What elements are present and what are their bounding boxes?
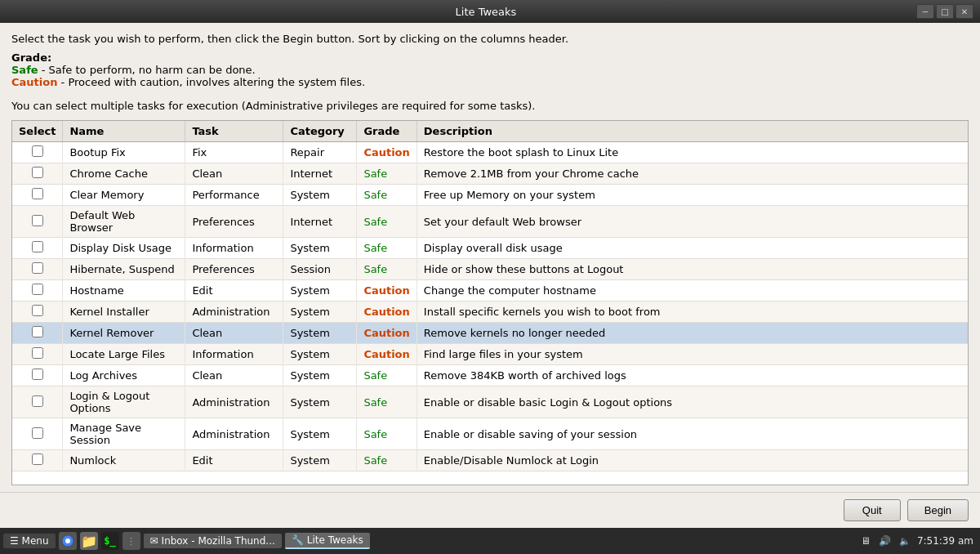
row-name: Chrome Cache: [63, 163, 185, 185]
table-row: Kernel InstallerAdministrationSystemCaut…: [12, 302, 968, 323]
row-description: Remove 384KB worth of archived logs: [416, 365, 968, 386]
taskbar-files-icon[interactable]: 📁: [80, 532, 98, 550]
header-category[interactable]: Category: [283, 121, 357, 142]
table-body: Bootup FixFixRepairCautionRestore the bo…: [12, 142, 968, 471]
row-checkbox[interactable]: [32, 453, 43, 465]
row-checkbox[interactable]: [32, 167, 43, 178]
table-row: HostnameEditSystemCautionChange the comp…: [12, 280, 968, 302]
row-checkbox[interactable]: [32, 427, 43, 439]
minimize-button[interactable]: −: [916, 4, 934, 19]
taskbar-app-thunderbird[interactable]: ✉ Inbox - Mozilla Thund...: [144, 534, 282, 548]
row-task: Administration: [185, 302, 283, 323]
table-row: Display Disk UsageInformationSystemSafeD…: [12, 238, 968, 259]
row-grade: Safe: [357, 238, 416, 259]
row-name: Login & Logout Options: [63, 386, 185, 418]
tray-icon-2[interactable]: 🔊: [878, 534, 893, 548]
row-checkbox[interactable]: [32, 215, 43, 226]
row-checkbox[interactable]: [32, 284, 43, 295]
row-grade: Safe: [357, 365, 416, 386]
quit-button[interactable]: Quit: [844, 499, 901, 521]
bottom-bar: Quit Begin: [0, 492, 980, 528]
taskbar-extra-icon[interactable]: ⋮: [122, 532, 140, 550]
intro-text: Select the task you wish to perform, the…: [11, 33, 969, 45]
row-description: Restore the boot splash to Linux Lite: [416, 142, 968, 163]
row-grade: Caution: [357, 142, 416, 163]
table-row: Manage Save SessionAdministrationSystemS…: [12, 418, 968, 450]
header-description[interactable]: Description: [416, 121, 968, 142]
row-name: Kernel Remover: [63, 323, 185, 344]
caution-desc: - Proceed with caution, involves alterin…: [57, 76, 365, 88]
header-select[interactable]: Select: [12, 121, 63, 142]
header-name[interactable]: Name: [63, 121, 185, 142]
svg-point-1: [65, 538, 70, 543]
row-category: Internet: [283, 206, 357, 238]
tray-icon-volume[interactable]: 🔈: [898, 534, 912, 548]
title-bar: Lite Tweaks − □ ✕: [0, 0, 980, 23]
row-grade: Safe: [357, 259, 416, 280]
begin-button[interactable]: Begin: [907, 499, 969, 521]
row-description: Set your default Web browser: [416, 206, 968, 238]
row-name: Clear Memory: [63, 185, 185, 206]
row-checkbox[interactable]: [32, 262, 43, 274]
row-category: System: [283, 418, 357, 450]
row-category: System: [283, 302, 357, 323]
row-category: Repair: [283, 142, 357, 163]
tray-icon-1[interactable]: 🖥: [858, 534, 873, 548]
row-task: Administration: [185, 386, 283, 418]
safe-grade-line: Safe - Safe to perform, no harm can be d…: [11, 64, 256, 76]
row-name: Default Web Browser: [63, 206, 185, 238]
row-task: Performance: [185, 185, 283, 206]
thunderbird-label: Inbox - Mozilla Thund...: [162, 535, 275, 547]
row-name: Kernel Installer: [63, 302, 185, 323]
thunderbird-icon: ✉: [150, 535, 158, 547]
main-content: Select the task you wish to perform, the…: [0, 23, 980, 492]
window-title: Lite Tweaks: [56, 6, 916, 18]
taskbar-terminal-icon[interactable]: $_: [101, 532, 119, 550]
row-checkbox[interactable]: [32, 395, 43, 407]
table-row: Kernel RemoverCleanSystemCautionRemove k…: [12, 323, 968, 344]
row-description: Remove kernels no longer needed: [416, 323, 968, 344]
taskbar-chrome-icon[interactable]: [59, 532, 77, 550]
row-category: System: [283, 185, 357, 206]
row-name: Log Archives: [63, 365, 185, 386]
row-checkbox[interactable]: [32, 305, 43, 316]
taskbar-clock: 7:51:39 am: [917, 535, 973, 547]
row-task: Fix: [185, 142, 283, 163]
row-checkbox[interactable]: [32, 347, 43, 359]
row-checkbox[interactable]: [32, 145, 43, 157]
window-controls: − □ ✕: [916, 4, 973, 19]
row-grade: Safe: [357, 163, 416, 185]
row-checkbox[interactable]: [32, 188, 43, 199]
row-category: System: [283, 280, 357, 302]
litetweaks-label: Lite Tweaks: [307, 534, 363, 546]
row-task: Administration: [185, 418, 283, 450]
header-grade[interactable]: Grade: [357, 121, 416, 142]
taskbar-app-litetweaks[interactable]: 🔧 Lite Tweaks: [285, 533, 370, 549]
safe-desc: - Safe to perform, no harm can be done.: [38, 64, 256, 76]
row-checkbox[interactable]: [32, 326, 43, 337]
row-task: Clean: [185, 365, 283, 386]
close-button[interactable]: ✕: [956, 4, 973, 19]
header-task[interactable]: Task: [185, 121, 283, 142]
table-row: Default Web BrowserPreferencesInternetSa…: [12, 206, 968, 238]
row-grade: Safe: [357, 206, 416, 238]
row-name: Display Disk Usage: [63, 238, 185, 259]
row-checkbox[interactable]: [32, 241, 43, 252]
litetweaks-icon: 🔧: [292, 534, 304, 546]
row-description: Display overall disk usage: [416, 238, 968, 259]
table-row: Bootup FixFixRepairCautionRestore the bo…: [12, 142, 968, 163]
row-category: System: [283, 323, 357, 344]
taskbar-menu-button[interactable]: ☰ Menu: [3, 534, 56, 548]
row-task: Preferences: [185, 259, 283, 280]
maximize-button[interactable]: □: [936, 4, 954, 19]
row-name: Hibernate, Suspend: [63, 259, 185, 280]
row-checkbox[interactable]: [32, 369, 43, 380]
row-grade: Caution: [357, 323, 416, 344]
row-description: Free up Memory on your system: [416, 185, 968, 206]
taskbar-right-area: 🖥 🔊 🔈 7:51:39 am: [858, 534, 977, 548]
row-task: Clean: [185, 163, 283, 185]
row-grade: Caution: [357, 280, 416, 302]
table-row: Login & Logout OptionsAdministrationSyst…: [12, 386, 968, 418]
row-name: Locate Large Files: [63, 344, 185, 365]
grade-heading: Grade:: [11, 51, 51, 64]
